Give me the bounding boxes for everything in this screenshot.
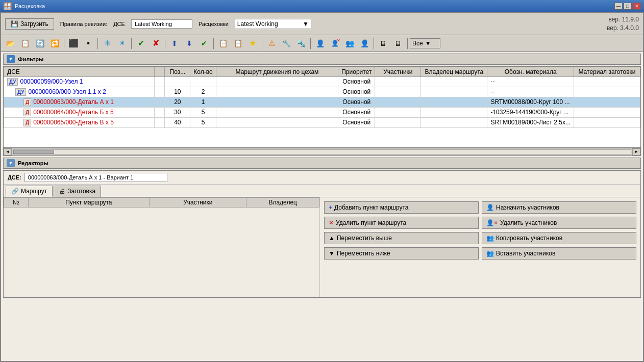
delete-route-button[interactable]: ✕ Удалить пункт маршрута [324,217,479,229]
empty-cell [155,97,165,107]
revision-prefix: ДСЕ [113,21,125,27]
расцеховки-dropdown[interactable]: Latest Working ▼ [235,19,311,29]
row-icon: Д [23,119,31,126]
participants-cell [375,117,421,127]
main-table-container[interactable]: ДСЕ Поз... Кол-во Маршрут движения по це… [3,66,641,148]
minimize-button[interactable]: — [614,3,623,10]
all-dropdown[interactable]: Все ▼ [410,38,440,48]
copy-button[interactable]: 📋 [18,37,32,50]
expand-button[interactable]: ⬛ [66,37,81,50]
table-row[interactable]: Д 000000063/000-Деталь А x 1 20 1 Основн… [4,97,640,107]
filters-icon: ▼ [7,55,15,63]
move-down-button[interactable]: ▼ Переместить ниже [324,247,479,260]
toolbar-separator-4 [165,38,165,49]
toolbar-separator-2 [97,38,98,49]
pos-cell [165,76,190,87]
move-up-button[interactable]: ▲ Переместить выше [324,232,479,244]
assign-label: Назначить участников [496,204,559,211]
close-button[interactable]: ✕ [633,3,641,10]
refresh-button[interactable]: 🔄 [33,37,47,50]
material-blank-cell [574,117,640,127]
route-tab-label: Маршрут [21,188,47,195]
table-row[interactable]: ДУ 000000060/000-Узел 1.1 x 2 10 2 Основ… [4,87,640,97]
route-cell [216,107,338,117]
owner-cell [421,76,487,87]
scroll-thumb[interactable] [13,150,54,154]
favorite-button[interactable]: ★ [245,37,260,50]
bottom-col-route: Пункт маршрута [28,197,150,207]
refresh-all-button[interactable]: 🔁 [47,37,62,50]
dse-input[interactable]: 000000063/000-Деталь А x 1 - Вариант 1 [24,173,167,182]
bottom-table: № Пункт маршрута Участники Владелец [4,197,319,208]
tool2-button[interactable]: 🔩 [294,37,308,50]
checkmark-button[interactable]: ✔ [197,37,211,50]
dse-cell: ДУ 000000059/000-Узел 1 [4,76,155,87]
user2-button[interactable]: 👤 [357,37,371,50]
owner-cell [421,97,487,107]
editors-icon: ▼ [7,159,15,167]
clipboard1-button[interactable]: 📋 [216,37,230,50]
open-button[interactable]: 📂 [3,37,17,50]
paste-participants-button[interactable]: 👥 Вставить участников [482,247,636,260]
row-icon: Д [23,109,31,116]
participants-cell [375,87,421,97]
table-row[interactable]: Д 000000064/000-Деталь Б x 5 30 5 Основн… [4,107,640,117]
tab-blank[interactable]: 🖨 Заготовка [54,186,101,197]
tab-route[interactable]: 🔗 Маршрут [6,186,53,197]
toolbar-separator-9 [407,38,408,49]
version-info: вер. 11.9.0 вер. 3.4.0.0 [607,15,639,33]
tab-bar: 🔗 Маршрут 🖨 Заготовка [4,185,640,197]
delete-participants-button[interactable]: 👤 ✕ Удалить участников [482,217,636,229]
star1-button[interactable]: ✳ [100,37,114,50]
x-icon: ✕ [337,38,340,43]
user1-button[interactable]: 👤 [313,37,327,50]
add-route-button[interactable]: + Добавить пункт маршрута [324,201,479,214]
clipboard2-button[interactable]: 📋 [231,37,245,50]
star2-button[interactable]: ✴ [115,37,129,50]
maximize-button[interactable]: □ [624,3,632,10]
bottom-col-participants: Участники [150,197,246,207]
route-cell [216,76,338,87]
editors-section: ▼ Редакторы [3,158,641,169]
paste-participants-label: Вставить участников [496,250,555,257]
col-pos: Поз... [165,67,190,76]
row-icon: ДУ [7,78,18,86]
delete-participants-icon: 👤 [486,219,494,226]
toolbar-separator-7 [310,38,311,49]
dse-name: 000000059/000-Узел 1 [20,78,83,85]
horizontal-scrollbar[interactable]: ◄ ► [3,148,641,156]
qty-cell [190,76,216,87]
copy-participants-button[interactable]: 👥 Копировать участников [482,232,636,244]
dse-name: 000000060/000-Узел 1.1 x 2 [28,88,106,95]
users-button[interactable]: 👥 [342,37,357,50]
delete-route-label: Удалить пункт маршрута [336,219,406,226]
pos-cell: 10 [165,87,190,97]
bottom-table-container[interactable]: № Пункт маршрута Участники Владелец [4,197,320,297]
userx-button[interactable]: 👤✕ [328,37,342,50]
filters-section: ▼ Фильтры [3,54,641,65]
screen1-button[interactable]: 🖥 [376,37,390,50]
scroll-left-button[interactable]: ◄ [4,148,12,156]
route-cell [216,97,338,107]
col-route: Маршрут движения по цехам [216,67,338,76]
assign-participants-button[interactable]: 👤 Назначить участников [482,201,636,214]
checkv-button[interactable]: ✔ [134,37,148,50]
top-bar: 💾 Загрузить Правила ревизии: ДСЕ Latest … [1,13,643,35]
expand-all-button[interactable]: ▪ [81,37,95,50]
warning-button[interactable]: ⚠ [264,37,279,50]
dropdown-arrow-icon: ▼ [303,20,309,28]
col-participants: Участники [375,67,421,76]
scroll-track[interactable] [13,149,631,154]
scroll-right-button[interactable]: ► [632,148,640,156]
screen2-button[interactable]: 🖥 [391,37,405,50]
upload-button[interactable]: ⬆ [167,37,182,50]
dse-cell: ДУ 000000060/000-Узел 1.1 x 2 [4,87,155,97]
download-button[interactable]: ⬇ [182,37,196,50]
table-row[interactable]: ДУ 000000059/000-Узел 1 Основной -- [4,76,640,87]
table-row[interactable]: Д 000000065/000-Деталь В x 5 40 5 Основн… [4,117,640,127]
wrench-button[interactable]: 🔧 [279,37,293,50]
priority-cell: Основной [338,107,375,117]
load-button[interactable]: 💾 Загрузить [5,18,54,30]
checkvx-button[interactable]: ✘ [148,37,163,50]
main-window: 💾 Загрузить Правила ревизии: ДСЕ Latest … [0,12,644,362]
